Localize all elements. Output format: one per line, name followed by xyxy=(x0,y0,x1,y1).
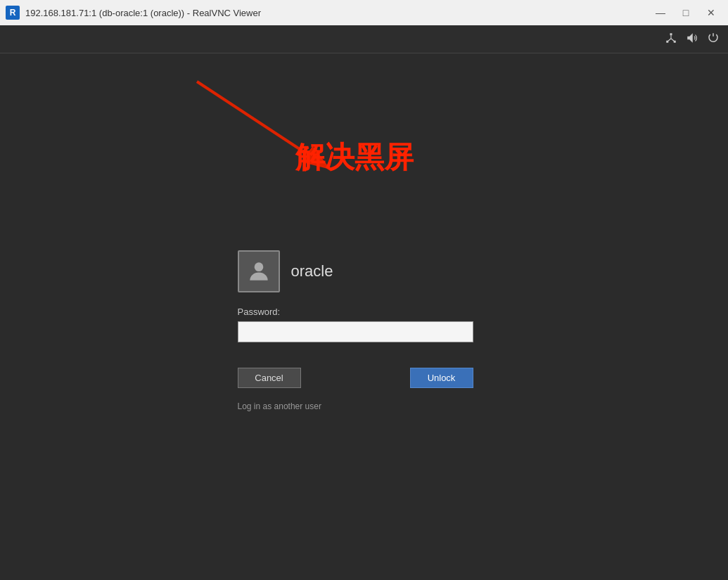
svg-line-5 xyxy=(671,38,675,41)
svg-marker-6 xyxy=(687,33,693,43)
titlebar-controls: — □ ✕ xyxy=(649,4,722,21)
password-input[interactable] xyxy=(238,321,473,342)
app-icon: R xyxy=(6,6,20,20)
arrow-svg xyxy=(141,67,394,208)
avatar-icon xyxy=(245,258,272,285)
unlock-button[interactable]: Unlock xyxy=(410,368,473,388)
login-as-another-link[interactable]: Log in as another user xyxy=(238,401,321,411)
power-icon[interactable] xyxy=(707,32,720,47)
titlebar-title: 192.168.181.71:1 (db-oracle:1 (oracle)) … xyxy=(25,8,261,18)
svg-line-8 xyxy=(197,82,331,169)
toolbar xyxy=(0,25,728,53)
network-icon[interactable] xyxy=(665,32,677,47)
user-avatar xyxy=(238,250,280,292)
maximize-button[interactable]: □ xyxy=(675,4,697,21)
close-button[interactable]: ✕ xyxy=(700,4,722,21)
titlebar: R 192.168.181.71:1 (db-oracle:1 (oracle)… xyxy=(0,0,728,25)
titlebar-left: R 192.168.181.71:1 (db-oracle:1 (oracle)… xyxy=(6,6,261,20)
cancel-button[interactable]: Cancel xyxy=(238,368,301,388)
username-label: oracle xyxy=(291,262,333,281)
svg-point-9 xyxy=(254,262,263,271)
svg-rect-0 xyxy=(670,33,672,35)
annotation-text: 解决黑屏 xyxy=(295,138,414,177)
minimize-button[interactable]: — xyxy=(649,4,672,21)
main-content: 解决黑屏 oracle Password: Cancel Unlock Log … xyxy=(0,53,728,580)
volume-icon[interactable] xyxy=(686,32,698,47)
svg-line-4 xyxy=(668,38,671,41)
login-box: oracle Password: Cancel Unlock Log in as… xyxy=(238,250,491,412)
buttons-row: Cancel Unlock xyxy=(238,368,473,388)
link-row: Log in as another user xyxy=(238,399,473,412)
password-label: Password: xyxy=(238,307,281,317)
user-row: oracle xyxy=(238,250,333,292)
